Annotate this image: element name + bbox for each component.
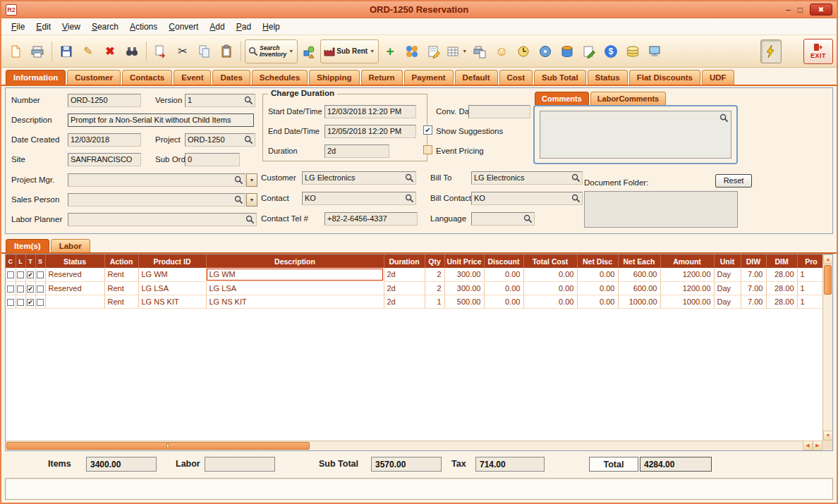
scroll-left-arrow[interactable]: ◀	[803, 441, 813, 450]
scroll-up-arrow[interactable]: ▲	[823, 254, 833, 264]
customer-field[interactable]: LG Electronics	[302, 171, 416, 185]
contact-tel-field[interactable]: +82-2-6456-4337	[324, 212, 418, 226]
tab-cost[interactable]: Cost	[499, 70, 533, 85]
column-header-s[interactable]: S	[35, 254, 45, 268]
tab-schedules[interactable]: Schedules	[252, 70, 308, 85]
number-field[interactable]: ORD-1250	[68, 94, 141, 107]
search-icon[interactable]	[244, 135, 253, 145]
add-item-button[interactable]: +	[379, 39, 401, 63]
cell-status[interactable]: Reserved	[45, 268, 104, 281]
tab-flat-discounts[interactable]: Flat Discounts	[629, 70, 700, 85]
exit-button[interactable]: EXIT	[803, 39, 833, 64]
cell-amount[interactable]: 1200.00	[660, 281, 714, 295]
database-button[interactable]	[557, 39, 578, 63]
table-row[interactable]: ✔ReservedRentLG LSALG LSA2d2300.000.000.…	[6, 281, 822, 295]
save-button[interactable]	[56, 39, 77, 63]
cell-total-cost[interactable]: 0.00	[523, 295, 577, 308]
tab-laborcomments[interactable]: LaborComments	[590, 92, 666, 105]
start-datetime-field[interactable]: 12/03/2018 12:20 PM	[324, 105, 416, 118]
column-header-c[interactable]: C	[6, 254, 16, 268]
cell-action[interactable]: Rent	[104, 295, 138, 308]
search-icon[interactable]	[234, 176, 243, 185]
labor-planner-field[interactable]	[68, 213, 257, 226]
spheres-button[interactable]	[401, 39, 423, 63]
cell-dim[interactable]: 28.00	[766, 268, 797, 281]
cell-dim[interactable]: 28.00	[766, 295, 797, 308]
bill-contact-field[interactable]: KO	[471, 192, 583, 205]
cell-net-each[interactable]: 600.00	[618, 281, 660, 295]
tab-return[interactable]: Return	[361, 70, 403, 85]
show-suggestions-checkbox[interactable]: ✔	[423, 125, 432, 135]
cell-diw[interactable]: 7.00	[741, 268, 766, 281]
column-header-diw[interactable]: DIW	[741, 254, 766, 268]
scroll-down-arrow[interactable]: ▼	[823, 431, 833, 441]
project-field[interactable]: ORD-1250	[185, 133, 255, 147]
row-checkbox[interactable]	[7, 271, 14, 278]
cell-net-each[interactable]: 1000.00	[618, 295, 660, 308]
search-icon[interactable]	[523, 214, 533, 223]
tab-item-s[interactable]: Item(s)	[6, 239, 49, 252]
document-folder-box[interactable]	[584, 191, 738, 228]
tab-customer[interactable]: Customer	[67, 70, 121, 85]
tab-event[interactable]: Event	[174, 70, 211, 85]
cell-pro[interactable]: 1	[797, 295, 822, 308]
sub-orders-field[interactable]: 0	[185, 153, 240, 166]
cell-pro[interactable]: 1	[797, 281, 822, 295]
cell-net-each[interactable]: 600.00	[618, 268, 660, 281]
description-field[interactable]: Prompt for a Non-Serial Kit without Chil…	[68, 113, 254, 127]
vertical-scrollbar[interactable]: ▲ ▼	[822, 254, 832, 441]
column-header-total-cost[interactable]: Total Cost	[523, 254, 577, 268]
event-pricing-checkbox[interactable]	[423, 145, 432, 154]
comments-textarea[interactable]	[540, 111, 731, 159]
minimize-button[interactable]: –	[786, 4, 791, 16]
search-icon[interactable]	[571, 194, 581, 203]
vertical-scroll-thumb[interactable]	[824, 265, 832, 295]
menu-add[interactable]: Add	[204, 20, 230, 34]
currency-button[interactable]: $	[600, 39, 621, 63]
tab-sub-total[interactable]: Sub Total	[534, 70, 586, 85]
menu-search[interactable]: Search	[86, 20, 124, 34]
duration-field[interactable]: 2d	[324, 145, 389, 158]
row-checkbox[interactable]	[37, 271, 44, 278]
money-button[interactable]	[622, 39, 643, 63]
cell-duration[interactable]: 2d	[384, 295, 425, 308]
cell-qty[interactable]: 2	[425, 268, 444, 281]
column-header-qty[interactable]: Qty	[425, 254, 444, 268]
menu-file[interactable]: File	[6, 20, 30, 34]
project-mgr-field[interactable]	[68, 173, 245, 187]
conv-date-field[interactable]	[468, 105, 530, 118]
cell-net-disc[interactable]: 0.00	[577, 268, 618, 281]
tab-shipping[interactable]: Shipping	[309, 70, 359, 85]
cell-unit-price[interactable]: 300.00	[444, 268, 484, 281]
computer-button[interactable]	[644, 39, 665, 63]
cell-action[interactable]: Rent	[104, 268, 138, 281]
search-icon[interactable]	[244, 96, 253, 105]
column-header-unit[interactable]: Unit	[714, 254, 741, 268]
project-mgr-dropdown[interactable]: ▼	[246, 173, 257, 187]
delete-button[interactable]: ✖	[99, 39, 121, 63]
cell-unit-price[interactable]: 500.00	[444, 295, 484, 308]
row-checkbox[interactable]: ✔	[27, 285, 34, 293]
cell-diw[interactable]: 7.00	[741, 281, 766, 295]
column-header-net-each[interactable]: Net Each	[618, 254, 660, 268]
menu-view[interactable]: View	[56, 20, 86, 34]
cell-discount[interactable]: 0.00	[484, 295, 523, 308]
row-checkbox[interactable]	[17, 271, 24, 278]
cell-product-id[interactable]: LG LSA	[138, 281, 206, 295]
tab-status[interactable]: Status	[588, 70, 628, 85]
green-edit-button[interactable]	[578, 39, 600, 63]
search-icon[interactable]	[571, 173, 581, 183]
cell-unit-price[interactable]: 300.00	[444, 281, 484, 295]
row-checkbox[interactable]	[17, 285, 24, 293]
cell-discount[interactable]: 0.00	[484, 268, 523, 281]
search-icon[interactable]	[405, 173, 414, 183]
column-header-pro[interactable]: Pro	[797, 254, 822, 268]
smiley-button[interactable]: ☺	[491, 39, 512, 63]
print-button[interactable]	[27, 39, 48, 63]
column-header-t[interactable]: T	[25, 254, 35, 268]
table-row[interactable]: ✔RentLG NS KITLG NS KIT2d1500.000.000.00…	[6, 295, 822, 308]
table-row[interactable]: ✔ReservedRentLG WMLG WM2d2300.000.000.00…	[6, 268, 822, 281]
bill-to-field[interactable]: LG Electronics	[471, 171, 583, 185]
cell-action[interactable]: Rent	[104, 281, 138, 295]
tab-labor[interactable]: Labor	[51, 239, 90, 252]
